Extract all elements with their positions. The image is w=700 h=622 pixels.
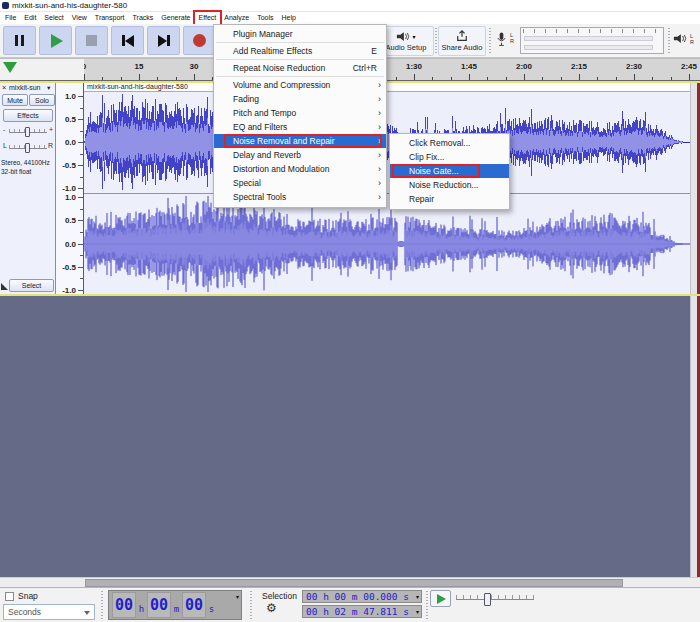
gain-slider-thumb[interactable]	[25, 127, 30, 137]
effects-button[interactable]: Effects	[3, 109, 53, 122]
track-close-icon[interactable]: ×	[2, 83, 6, 93]
panel-resize-handle[interactable]	[1, 283, 8, 290]
toolbar-grip[interactable]	[489, 28, 491, 54]
track-name[interactable]: mixkit-sun	[9, 83, 41, 93]
menu-view[interactable]: View	[68, 12, 91, 24]
vruler-tick	[78, 220, 83, 221]
timeline-label: 2:30	[626, 62, 642, 71]
vruler-label: 0.5	[65, 216, 76, 225]
menu-item-pitch-and-tempo[interactable]: Pitch and Tempo›	[214, 106, 386, 120]
title-bar: mixkit-sun-and-his-daughter-580	[0, 0, 700, 12]
menu-item-add-realtime-effects[interactable]: Add Realtime EffectsE	[214, 44, 386, 58]
menu-item-click-removal[interactable]: Click Removal...	[390, 136, 509, 150]
stop-button[interactable]	[75, 26, 108, 55]
time-digit-group[interactable]: 00	[112, 592, 136, 618]
vruler-tick	[78, 165, 83, 166]
toolbar-grip[interactable]	[668, 28, 670, 54]
time-digit-group[interactable]: 00	[147, 592, 171, 618]
vruler-label: 1.0	[65, 92, 76, 101]
menu-item-repair[interactable]: Repair	[390, 192, 509, 206]
vertical-ruler[interactable]: 1.00.50.0-0.5-1.01.00.50.0-0.5-1.0	[56, 83, 84, 294]
record-button[interactable]	[183, 26, 216, 55]
vertical-scrollbar[interactable]	[690, 83, 697, 577]
snap-checkbox[interactable]	[5, 592, 14, 601]
track-menu-icon[interactable]: ▼	[46, 83, 51, 93]
meter-bar-right	[524, 45, 653, 50]
play-at-speed-button[interactable]	[430, 590, 451, 607]
skip-to-end-button[interactable]	[147, 26, 180, 55]
menu-item-label: Delay and Reverb	[233, 150, 301, 160]
menu-item-fading[interactable]: Fading›	[214, 92, 386, 106]
chevron-down-icon[interactable]: ▾	[236, 593, 239, 600]
share-audio-button[interactable]: Share Audio	[438, 26, 486, 56]
menu-help[interactable]: Help	[278, 12, 300, 24]
menu-item-label: Add Realtime Effects	[233, 46, 312, 56]
speed-slider-thumb[interactable]	[484, 593, 491, 606]
menu-tools[interactable]: Tools	[253, 12, 277, 24]
menu-item-volume-and-compression[interactable]: Volume and Compression›	[214, 78, 386, 92]
menu-effect[interactable]: Effect	[195, 12, 221, 24]
clip-header[interactable]: mixkit-sun-and-his-daughter-580	[84, 83, 690, 92]
menu-generate[interactable]: Generate	[157, 12, 194, 24]
selection-start-field[interactable]: 00 h 00 m 00.000 s ▾	[302, 590, 422, 603]
skip-to-start-button[interactable]	[111, 26, 144, 55]
snap-format-select[interactable]: Seconds	[3, 604, 95, 620]
vruler-label: 0.0	[65, 138, 76, 147]
menu-item-noise-removal-and-repair[interactable]: Noise Removal and Repair›	[214, 134, 386, 148]
record-icon	[193, 34, 206, 47]
recording-meter-scale[interactable]: -48 -24	[520, 27, 664, 54]
submenu-arrow-icon: ›	[378, 190, 381, 204]
menu-item-special[interactable]: Special›	[214, 176, 386, 190]
menu-item-repeat-noise-reduction[interactable]: Repeat Noise ReductionCtrl+R	[214, 61, 386, 75]
selection-end-field[interactable]: 00 h 02 m 47.811 s ▾	[302, 605, 422, 618]
menu-item-noise-gate[interactable]: Noise Gate...	[390, 164, 509, 178]
menu-item-eq-and-filters[interactable]: EQ and Filters›	[214, 120, 386, 134]
menu-item-spectral-tools[interactable]: Spectral Tools›	[214, 190, 386, 204]
track-content[interactable]: mixkit-sun-and-his-daughter-580	[84, 83, 690, 294]
menu-item-plugin-manager[interactable]: Plugin Manager	[214, 27, 386, 41]
timeline-options-icon[interactable]	[3, 62, 17, 73]
speaker-icon	[673, 33, 687, 44]
mute-button[interactable]: Mute	[2, 94, 28, 106]
time-unit-label: m	[171, 596, 182, 614]
statusbar-grip[interactable]	[101, 591, 103, 619]
horizontal-scrollbar-thumb[interactable]	[85, 579, 623, 587]
play-icon	[437, 594, 446, 604]
statusbar-grip[interactable]	[426, 591, 428, 619]
menu-item-label: Distortion and Modulation	[233, 164, 329, 174]
menu-separator	[216, 42, 384, 43]
solo-button[interactable]: Solo	[29, 94, 55, 106]
waveform-left-channel[interactable]	[84, 92, 690, 192]
menu-transport[interactable]: Transport	[91, 12, 129, 24]
menu-item-clip-fix[interactable]: Clip Fix...	[390, 150, 509, 164]
vruler-tick	[78, 290, 83, 291]
annotation-box	[224, 134, 382, 148]
waveform-right-channel[interactable]	[84, 193, 690, 294]
menu-tracks[interactable]: Tracks	[129, 12, 158, 24]
menu-edit[interactable]: Edit	[20, 12, 40, 24]
toolbar-grip[interactable]	[435, 28, 437, 54]
menu-item-delay-and-reverb[interactable]: Delay and Reverb›	[214, 148, 386, 162]
timeline-minor-tick	[652, 77, 653, 80]
timeline-minor-tick	[689, 77, 690, 80]
menu-item-noise-reduction[interactable]: Noise Reduction...	[390, 178, 509, 192]
menu-file[interactable]: File	[1, 12, 20, 24]
menu-select[interactable]: Select	[40, 12, 67, 24]
playback-speed-slider[interactable]	[454, 591, 536, 606]
menu-bar: FileEditSelectViewTransportTracksGenerat…	[0, 12, 700, 24]
pan-slider[interactable]: L R	[1, 141, 55, 154]
audio-position-display[interactable]: ▾00h00m00s	[108, 590, 242, 620]
pan-slider-thumb[interactable]	[25, 143, 30, 153]
meter-right-label: R	[510, 38, 514, 44]
pause-button[interactable]	[3, 26, 36, 55]
time-digit-group[interactable]: 00	[182, 592, 206, 618]
select-button[interactable]: Select	[9, 279, 54, 292]
gain-slider[interactable]: - +	[1, 125, 55, 138]
play-button[interactable]	[39, 26, 72, 55]
horizontal-scrollbar[interactable]	[0, 577, 700, 587]
gear-icon[interactable]: ⚙	[266, 602, 277, 614]
menu-item-distortion-and-modulation[interactable]: Distortion and Modulation›	[214, 162, 386, 176]
statusbar-grip[interactable]	[250, 591, 252, 619]
track-focus-border-bottom	[0, 294, 700, 296]
menu-analyze[interactable]: Analyze	[220, 12, 253, 24]
